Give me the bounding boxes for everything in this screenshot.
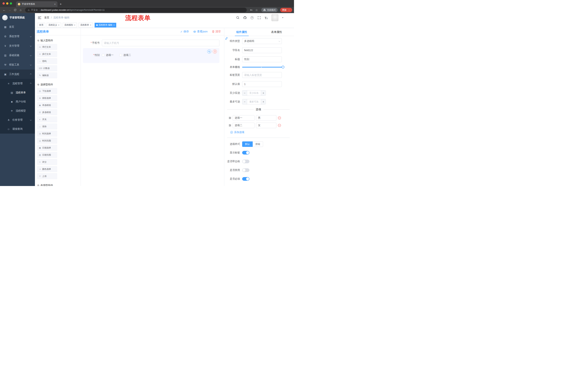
search-icon[interactable] xyxy=(236,16,240,20)
tag-close-icon[interactable]: × xyxy=(58,24,60,26)
comp-slider[interactable]: ↔滑块 xyxy=(37,124,57,129)
comp-upload[interactable]: ⇧上传 xyxy=(37,173,57,179)
comp-editor[interactable]: ✎编辑器 xyxy=(37,73,57,78)
border-toggle[interactable] xyxy=(242,159,249,163)
avatar-caret-icon[interactable] xyxy=(282,17,284,18)
comp-counter[interactable]: 123计数器 xyxy=(37,65,57,71)
tab-component-props[interactable]: 组件属性 xyxy=(224,28,259,36)
sidebar-item-process-management[interactable]: ≡ 流程管理 xyxy=(0,79,35,88)
comp-time-range[interactable]: ◶时间范围 xyxy=(37,138,57,144)
window-close-button[interactable] xyxy=(2,2,5,5)
comp-multi-text[interactable]: ≡多行文本 xyxy=(37,51,57,57)
tag-close-icon[interactable]: × xyxy=(74,24,75,26)
view-json-button[interactable]: 查看json xyxy=(193,30,208,33)
save-button[interactable]: ✓ 保存 xyxy=(180,30,189,33)
sidebar-item-home[interactable]: ▦ 首页 xyxy=(0,22,35,32)
remove-option-icon[interactable] xyxy=(278,116,281,120)
field-name-input[interactable] xyxy=(242,47,282,53)
option-name-input[interactable] xyxy=(233,123,254,128)
sidebar-item-payment[interactable]: ¥ 支付管理 xyxy=(0,41,35,51)
comp-cascader[interactable]: ⋔级联选择 xyxy=(37,95,57,101)
sidebar-item-task-management[interactable]: ⋔ 任务管理 xyxy=(0,115,35,125)
increment-button[interactable]: + xyxy=(261,90,266,96)
slider-track[interactable] xyxy=(242,67,284,67)
comp-single-text[interactable]: ▭单行文本 xyxy=(37,44,57,50)
hamburger-icon[interactable] xyxy=(38,16,41,19)
drag-handle-icon[interactable] xyxy=(229,124,231,127)
window-zoom-button[interactable] xyxy=(10,2,12,5)
sidebar-item-infrastructure[interactable]: ▥ 基础设施 xyxy=(0,51,35,60)
tag-process-form-edit[interactable]: 流程表单-编辑 × xyxy=(94,23,116,28)
browser-update-button[interactable]: 更新 ⋮ xyxy=(280,8,292,12)
forward-icon[interactable]: → xyxy=(7,8,12,12)
default-value-input[interactable] xyxy=(242,81,282,87)
link-icon[interactable] xyxy=(225,37,228,41)
new-tab-button[interactable]: + xyxy=(60,2,62,6)
style-default-button[interactable]: 默认 xyxy=(242,141,253,147)
user-avatar[interactable] xyxy=(271,14,279,21)
tag-process-form[interactable]: 流程表单 × xyxy=(79,23,93,28)
increment-button[interactable]: + xyxy=(261,99,266,104)
sidebar-logo[interactable]: 芋道管理系统 xyxy=(0,13,35,22)
comp-date-range[interactable]: ▥日期范围 xyxy=(37,152,57,158)
add-option-button[interactable]: 添加选项 xyxy=(230,131,294,134)
tag-close-icon[interactable]: × xyxy=(90,24,91,26)
browser-tab[interactable]: 芋道管理系统 × xyxy=(16,1,57,7)
min-select-value[interactable]: 至少应选 xyxy=(247,90,261,96)
checkbox-option-2[interactable]: 选项二 xyxy=(119,53,131,57)
comp-radio-group[interactable]: ◉单选框组 xyxy=(37,102,57,108)
copy-item-button[interactable] xyxy=(207,50,211,53)
required-toggle[interactable] xyxy=(242,177,249,181)
tag-home[interactable]: 首页 xyxy=(37,23,45,28)
sidebar-item-leave-query[interactable]: ☺ 请假查询 xyxy=(0,125,35,134)
show-label-toggle[interactable] xyxy=(242,151,249,155)
comp-switch[interactable]: ◐开关 xyxy=(37,117,57,122)
sidebar-item-process-model[interactable]: ✈ 流程模型 xyxy=(0,106,35,115)
breadcrumb-home[interactable]: 首页 xyxy=(44,16,49,19)
checkbox-icon[interactable] xyxy=(119,54,122,56)
option-name-input[interactable] xyxy=(233,115,254,121)
disabled-toggle[interactable] xyxy=(242,168,249,172)
back-icon[interactable]: ← xyxy=(2,8,7,12)
comp-time-picker[interactable]: ◷时间选择 xyxy=(37,131,57,137)
remove-option-icon[interactable] xyxy=(278,124,281,127)
max-select-value[interactable]: 最多可选 xyxy=(247,99,261,104)
kebab-menu-icon[interactable]: ⋮ xyxy=(288,9,290,11)
reload-icon[interactable] xyxy=(13,8,18,12)
tag-process-definition[interactable]: 流程定义 × xyxy=(47,23,61,28)
title-input[interactable] xyxy=(242,56,282,62)
checkbox-option-1[interactable]: 选项一 xyxy=(102,53,114,57)
checkbox-icon[interactable] xyxy=(102,54,105,56)
field-phone[interactable]: *手机号 xyxy=(83,40,220,46)
comp-checkbox-group[interactable]: ☑多选框组 xyxy=(37,109,57,115)
sidebar-item-devtools[interactable]: ⚒ 研发工具 xyxy=(0,60,35,70)
tab-form-props[interactable]: 表单属性 xyxy=(259,28,294,36)
sidebar-item-system[interactable]: ⚙ 系统管理 xyxy=(0,32,35,41)
option-value-input[interactable] xyxy=(256,115,276,121)
fullscreen-icon[interactable] xyxy=(257,16,261,20)
comp-select[interactable]: ◎下拉选择 xyxy=(37,88,57,94)
decrement-button[interactable]: − xyxy=(242,99,247,104)
label-width-input[interactable] xyxy=(242,72,282,78)
sidebar-item-workflow[interactable]: ▣ 工作流程 xyxy=(0,70,35,79)
window-minimize-button[interactable] xyxy=(6,2,8,5)
slider-handle[interactable] xyxy=(282,66,284,68)
field-gender-selected[interactable]: *性别 选项一 选项二 xyxy=(83,48,220,63)
grid-slider[interactable] xyxy=(242,65,284,69)
component-type-select[interactable]: 多选框组 xyxy=(242,38,282,44)
style-button-button[interactable]: 按钮 xyxy=(253,141,263,147)
tag-process-model[interactable]: 流程模型 × xyxy=(63,23,77,28)
delete-item-button[interactable] xyxy=(213,50,217,53)
phone-input[interactable] xyxy=(102,40,220,46)
address-bar[interactable]: ⚠ 不安全 dashboard.yudao.iocoder.cn/bpm/man… xyxy=(25,8,247,12)
drag-handle-icon[interactable] xyxy=(229,117,231,119)
comp-color-picker[interactable]: ◑颜色选择 xyxy=(37,166,57,172)
sidebar-item-process-form[interactable]: ▤ 流程表单 xyxy=(0,88,35,97)
password-key-icon[interactable] xyxy=(249,8,254,12)
help-icon[interactable]: ? xyxy=(250,16,254,20)
bookmark-star-icon[interactable]: ☆ xyxy=(254,8,259,12)
tab-close-icon[interactable]: × xyxy=(54,3,56,5)
font-size-icon[interactable]: TT xyxy=(264,16,268,20)
sidebar-item-user-group[interactable]: ☻ 用户分组 xyxy=(0,97,35,106)
security-label[interactable]: 不安全 xyxy=(31,9,38,12)
